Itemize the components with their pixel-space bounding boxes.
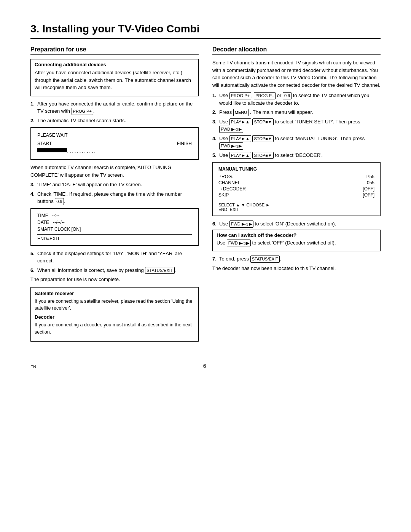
decoder-title: Decoder bbox=[35, 314, 194, 320]
step-3-text: 'TIME' and 'DATE' will appear on the TV … bbox=[37, 181, 199, 189]
fwd-kbd-4: FWD ▶◁·▶ bbox=[219, 142, 243, 150]
please-wait-row: PLEASE WAIT bbox=[37, 133, 192, 138]
zero-nine-kbd: 0.9 bbox=[55, 198, 64, 205]
progress-dots: ............ bbox=[67, 148, 96, 155]
connecting-title: Connecting additional devices bbox=[35, 62, 194, 67]
manual-tuning-box: MANUAL TUNING PROG. P55 CHANNEL 055 →DEC… bbox=[212, 162, 381, 216]
tuning-skip-label: SKIP bbox=[218, 192, 229, 198]
page-title: 3. Installing your TV-Video Combi bbox=[30, 23, 381, 39]
satellite-title: Satellite receiver bbox=[35, 291, 194, 296]
tuning-row-prog: PROG. P55 bbox=[218, 174, 374, 179]
time-row: TIME --:-- bbox=[37, 213, 192, 218]
prog-p-plus-right-kbd: PROG P+ bbox=[229, 92, 251, 99]
right-step-7-text: To end, press STATUS/EXIT. bbox=[219, 255, 381, 263]
right-step-6: 6. Use FWD ▶◁·▶ to select 'ON' (Decoder … bbox=[212, 220, 381, 228]
date-row: DATE --/--/-- bbox=[37, 220, 192, 225]
smart-clock-row: SMART CLOCK [ON] bbox=[37, 227, 192, 232]
prog-p-minus-kbd: PROG P– bbox=[254, 92, 276, 99]
right-column: Decoder allocation Some TV channels tran… bbox=[212, 46, 381, 274]
step-3: 3. 'TIME' and 'DATE' will appear on the … bbox=[30, 181, 199, 189]
play-kbd-5: PLAY►▲ bbox=[229, 152, 251, 159]
step-6: 6. When all information is correct, save… bbox=[30, 267, 199, 274]
tuning-footer: SELECT ▲ ▼ CHOOSE ► bbox=[218, 203, 374, 207]
step-1-num: 1. bbox=[30, 100, 36, 115]
screen-please-wait: PLEASE WAIT START FINISH ............ bbox=[30, 127, 199, 160]
tuning-row-decoder: →DECODER [OFF] bbox=[218, 186, 374, 192]
connecting-box: Connecting additional devices After you … bbox=[30, 59, 199, 96]
right-step-4-text: Use PLAY►▲ STOP■▼ to select 'MANUAL TUNI… bbox=[219, 135, 381, 150]
step-2-text: The automatic TV channel search starts. bbox=[37, 117, 199, 125]
right-step-1: 1. Use PROG P+, PROG P– or 0.9 to select… bbox=[212, 92, 381, 107]
end-exit-text: END=EXIT bbox=[37, 236, 60, 241]
stop-kbd-4: STOP■▼ bbox=[252, 135, 273, 142]
right-step-6-text: Use FWD ▶◁·▶ to select 'ON' (Decoder swi… bbox=[219, 220, 381, 228]
stop-kbd-3: STOP■▼ bbox=[252, 118, 273, 126]
auto-tuning-text: When automatic TV channel search is comp… bbox=[30, 164, 199, 179]
step-2: 2. The automatic TV channel search start… bbox=[30, 117, 199, 125]
right-step-5-num: 5. bbox=[212, 152, 218, 159]
start-label: START bbox=[37, 141, 52, 146]
step-4-num: 4. bbox=[30, 190, 36, 205]
satellite-box: Satellite receiver If you are connecting… bbox=[30, 287, 199, 342]
tuning-channel-label: CHANNEL bbox=[218, 180, 240, 185]
end-text: The decoder has now been allocated to th… bbox=[212, 265, 381, 272]
step-2-num: 2. bbox=[30, 117, 36, 125]
right-step-1-num: 1. bbox=[212, 92, 218, 107]
step-4: 4. Check 'TIME'. If required, please cha… bbox=[30, 190, 199, 205]
decoder-text: If you are connecting a decoder, you mus… bbox=[35, 321, 194, 336]
how-switch-title: How can I switch off the decoder? bbox=[217, 232, 376, 238]
smart-clock-text: SMART CLOCK [ON] bbox=[37, 227, 81, 232]
satellite-text: If you are connecting a satellite receiv… bbox=[35, 298, 194, 312]
step-1-text: After you have connected the aerial or c… bbox=[37, 100, 199, 115]
fwd-kbd-3: FWD ▶◁·▶ bbox=[219, 126, 243, 133]
zero-nine-right-kbd: 0.9 bbox=[283, 92, 292, 99]
right-step-7-num: 7. bbox=[212, 255, 218, 263]
step-1: 1. After you have connected the aerial o… bbox=[30, 100, 199, 115]
start-finish-row: START FINISH bbox=[37, 141, 192, 146]
play-kbd-4: PLAY►▲ bbox=[229, 135, 251, 142]
date-value: --/--/-- bbox=[53, 220, 65, 225]
prog-p-plus-kbd: PROG P+ bbox=[72, 108, 93, 115]
tuning-divider bbox=[218, 200, 374, 200]
status-exit-kbd-left: STATUS/EXIT bbox=[145, 267, 174, 274]
tuning-decoder-label: →DECODER bbox=[218, 186, 246, 192]
progress-block-5 bbox=[57, 148, 62, 152]
tuning-prog-value: P55 bbox=[366, 174, 374, 179]
right-step-2-text: Press MENU . The main menu will appear. bbox=[219, 109, 381, 116]
date-label: DATE bbox=[37, 220, 49, 225]
stop-kbd-5: STOP■▼ bbox=[252, 152, 273, 159]
screen-time: TIME --:-- DATE --/--/-- SMART CLOCK [ON… bbox=[30, 208, 199, 246]
page-number: 6 bbox=[203, 363, 206, 369]
step-5-text: Check if the displayed settings for 'DAY… bbox=[37, 250, 199, 265]
tuning-prog-label: PROG. bbox=[218, 174, 233, 179]
right-step-3-num: 3. bbox=[212, 118, 218, 133]
progress-block-3 bbox=[47, 148, 52, 152]
how-switch-box: How can I switch off the decoder? Use FW… bbox=[212, 230, 381, 252]
tuning-skip-value: [OFF] bbox=[363, 192, 374, 198]
status-exit-kbd-right: STATUS/EXIT bbox=[250, 256, 280, 263]
progress-block-1 bbox=[37, 148, 42, 152]
tuning-channel-value: 055 bbox=[367, 180, 374, 185]
right-section-title: Decoder allocation bbox=[212, 46, 381, 55]
manual-tuning-title: MANUAL TUNING bbox=[218, 166, 374, 172]
connecting-body: After you have connected additional devi… bbox=[35, 69, 194, 91]
left-column: Preparation for use Connecting additiona… bbox=[30, 46, 199, 342]
right-step-6-num: 6. bbox=[212, 220, 218, 228]
right-step-2: 2. Press MENU . The main menu will appea… bbox=[212, 109, 381, 116]
progress-bar: ............ bbox=[37, 148, 192, 155]
left-section-title: Preparation for use bbox=[30, 46, 199, 55]
step-4-text: Check 'TIME'. If required, please change… bbox=[37, 190, 199, 205]
step-5: 5. Check if the displayed settings for '… bbox=[30, 250, 199, 265]
progress-block-4 bbox=[52, 148, 57, 152]
progress-block-6 bbox=[62, 148, 67, 152]
right-step-3: 3. Use PLAY►▲ STOP■▼ to select 'TUNER SE… bbox=[212, 118, 381, 133]
lang-label: EN bbox=[30, 364, 36, 369]
fwd-kbd-how: FWD ▶◁·▶ bbox=[227, 240, 251, 247]
time-label: TIME bbox=[37, 213, 48, 218]
right-step-4: 4. Use PLAY►▲ STOP■▼ to select 'MANUAL T… bbox=[212, 135, 381, 150]
right-step-7: 7. To end, press STATUS/EXIT. bbox=[212, 255, 381, 263]
tuning-row-channel: CHANNEL 055 bbox=[218, 180, 374, 185]
right-step-2-num: 2. bbox=[212, 109, 218, 116]
how-switch-text: Use FWD ▶◁·▶ to select 'OFF' (Decoder sw… bbox=[217, 239, 376, 247]
tuning-decoder-value: [OFF] bbox=[363, 186, 374, 192]
